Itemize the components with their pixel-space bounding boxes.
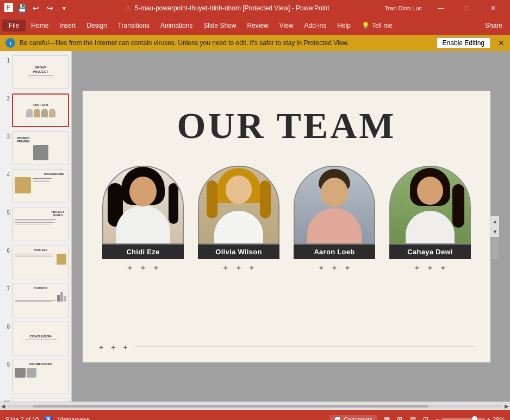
slide-thumbnail-9[interactable]: DOCUMENTATION [12,360,69,393]
accessibility-icon: ♿ [44,416,52,420]
slide-thumbnail-7[interactable]: STATISTIK [12,284,69,317]
menu-file[interactable]: File [2,20,26,32]
dot-icon: ✦ [331,264,338,272]
zoom-slider-thumb[interactable] [472,416,477,420]
undo-icon[interactable]: ↩ [30,3,41,14]
horizontal-scrollbar[interactable]: ◀ ▶ [0,402,510,410]
titlebar: 🅿 💾 ↩ ↪ ▼ ⚠ 5-mau-powerpoint-thuyet-trin… [0,0,510,16]
slide-number-6: 6 [2,248,10,254]
vertical-scrollbar[interactable]: ▲ ▼ [490,216,499,237]
slideshow-view-button[interactable]: ⊡ [420,414,431,420]
menu-slideshow[interactable]: Slide Show [198,20,241,32]
powerpoint-logo-icon: 🅿 [4,3,13,13]
slide-thumbnail-10[interactable]: THANKYOU [12,398,69,402]
dot-icon: ✦ [153,264,159,272]
slide-thumbnail-6[interactable]: PROCESS [12,246,69,279]
slide-number-4: 4 [2,172,10,178]
tell-me-input[interactable]: 💡 Tell me [356,20,398,32]
dot-icon: ✦ [235,264,242,272]
slide-number-8: 8 [2,324,10,330]
scroll-up-icon[interactable]: ▲ [493,216,498,227]
lightbulb-icon: 💡 [362,22,370,29]
decorative-line [135,347,474,347]
slide-thumbnail-3[interactable]: PROJECTPREVIEW [12,131,69,165]
plus-icon-3: + [123,343,127,352]
save-icon[interactable]: 💾 [16,3,27,14]
slide-thumbnail-4[interactable]: BACKGROUND [12,170,69,203]
window-controls: — □ ✕ [428,0,506,16]
dot-icon: ✦ [344,264,351,272]
comments-button[interactable]: 💬 Comments [329,415,377,421]
slide-thumbnail-2[interactable]: OUR TEAM [12,93,69,127]
warning-icon: ⚠ [125,4,131,12]
slide-thumb-2[interactable]: 2 OUR TEAM [2,93,69,127]
statusbar-right: 💬 Comments ▦ ⊞ ▤ ⊡ − + 39% [329,414,505,420]
member-name-olivia: Olivia Wilson [198,245,279,259]
scroll-thumb[interactable] [492,237,499,259]
slide-number-2: 2 [2,96,10,102]
slide-thumb-8[interactable]: 8 CONCLUSION [2,322,69,355]
menu-view[interactable]: View [274,20,299,32]
menu-help[interactable]: Help [332,20,356,32]
slide-number-5: 5 [2,210,10,216]
h-scroll-thumb[interactable] [33,405,428,408]
zoom-level: 39% [493,416,505,420]
menubar: File Home Insert Design Transitions Anim… [0,16,510,35]
dot-icon: ✦ [414,264,420,272]
dot-icon: ✦ [222,264,229,272]
slide-thumb-1[interactable]: 1 GROUPPROJECT [2,55,69,89]
menu-transitions[interactable]: Transitions [113,20,155,32]
slide-sorter-button[interactable]: ⊞ [394,414,405,420]
menu-insert[interactable]: Insert [54,20,81,32]
scroll-left-icon[interactable]: ◀ [1,403,5,409]
menu-addins[interactable]: Add-ins [299,20,332,32]
protected-bar-close-icon[interactable]: ✕ [498,39,505,47]
slide-canvas-area: OUR TEAM [72,51,510,402]
menu-review[interactable]: Review [241,20,273,32]
slide-thumbnail-8[interactable]: CONCLUSION [12,322,69,355]
dot-icon: ✦ [140,264,146,272]
h-scroll-track[interactable] [8,405,502,408]
reading-view-button[interactable]: ▤ [407,414,418,420]
maximize-button[interactable]: □ [455,0,480,16]
slide-thumb-3[interactable]: 3 PROJECTPREVIEW [2,131,69,165]
menu-animations[interactable]: Animations [155,20,198,32]
member-photo-chidi [102,166,184,245]
scroll-down-icon[interactable]: ▼ [493,227,498,237]
protected-message: Be careful—files from the Internet can c… [20,39,432,47]
dot-icon: ✦ [127,264,133,272]
user-name: Tran Dinh Luc [384,5,422,11]
team-members-row: Chidi Eze ✦ ✦ ✦ [83,166,490,272]
slide-thumbnail-5[interactable]: PROJECTGOALS [12,208,69,241]
slide-thumbnail-1[interactable]: GROUPPROJECT [12,55,69,89]
comment-icon: 💬 [334,416,341,421]
slide-number-7: 7 [2,286,10,292]
zoom-out-button[interactable]: − [436,416,439,420]
slide-thumb-9[interactable]: 9 DOCUMENTATION [2,360,69,393]
customize-icon[interactable]: ▼ [59,3,70,14]
slide-thumb-6[interactable]: 6 PROCESS [2,246,69,279]
window-title: ⚠ 5-mau-powerpoint-thuyet-trinh-nhom [Pr… [70,4,384,12]
slide-thumb-5[interactable]: 5 PROJECTGOALS [2,208,69,241]
slide-thumb-4[interactable]: 4 BACKGROUND [2,170,69,203]
dot-icon: ✦ [427,264,433,272]
menu-home[interactable]: Home [26,20,54,32]
slide-info: Slide 2 of 10 [5,416,39,420]
zoom-in-button[interactable]: + [487,416,490,420]
close-button[interactable]: ✕ [481,0,506,16]
slide-thumb-7[interactable]: 7 STATISTIK [2,284,69,317]
scroll-right-icon[interactable]: ▶ [505,403,509,409]
member-dots-chidi: ✦ ✦ ✦ [127,264,159,272]
slide-thumb-10[interactable]: 10 THANKYOU [2,398,69,402]
redo-icon[interactable]: ↪ [45,3,55,14]
minimize-button[interactable]: — [428,0,453,16]
member-chidi: Chidi Eze ✦ ✦ ✦ [100,166,186,272]
enable-editing-button[interactable]: Enable Editing [437,37,490,48]
statusbar-left: Slide 2 of 10 ♿ Vietnamese [5,416,89,420]
language-label: Vietnamese [58,416,89,420]
normal-view-button[interactable]: ▦ [381,414,392,420]
view-mode-icons: ▦ ⊞ ▤ ⊡ [381,414,431,420]
info-icon: i [5,38,15,48]
menu-design[interactable]: Design [81,20,112,32]
share-button[interactable]: Share [480,20,508,32]
